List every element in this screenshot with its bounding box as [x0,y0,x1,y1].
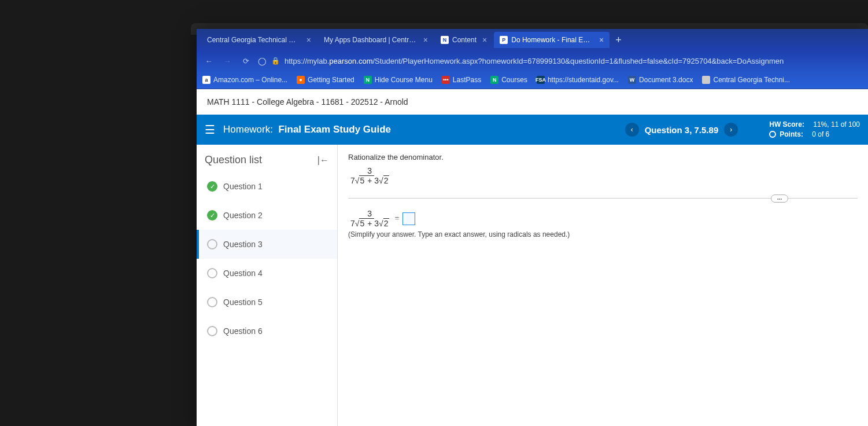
question-item-label: Question 2 [223,211,263,220]
equals-sign: = [395,214,400,223]
circle-icon [207,239,217,249]
bookmark-icon: FSA [537,76,545,84]
answer-row: 3 75 + 32 = [348,209,858,228]
question-item-5[interactable]: Question 5 [197,288,337,317]
bookmark-label: Courses [501,76,527,84]
close-icon[interactable]: × [482,35,487,45]
bookmark-label: Document 3.docx [639,76,693,84]
close-icon[interactable]: × [423,35,428,45]
homework-bar: ☰ Homework: Final Exam Study Guide ‹ Que… [197,115,868,145]
bookmark-1[interactable]: ●Getting Started [297,76,354,84]
bookmark-label: Amazon.com – Online... [213,76,287,84]
bookmark-icon: ••• [442,76,450,84]
answer-hint: (Simplify your answer. Type an exact ans… [348,230,858,238]
screen: Central Georgia Technical Colle × My App… [197,29,868,426]
bookmark-5[interactable]: FSAhttps://studentaid.gov... [537,76,619,84]
address-bar: ← → ⟳ ◯ 🔒 https://mylab.pearson.com/Stud… [197,51,868,71]
tab-label: Do Homework - Final Exam Stu [511,36,593,44]
tab-0[interactable]: Central Georgia Technical Colle × [201,32,317,48]
next-question-button[interactable]: › [724,123,738,137]
bookmark-label: Central Georgia Techni... [713,76,790,84]
bookmark-4[interactable]: NCourses [490,76,527,84]
bookmark-icon [702,76,710,84]
bookmark-label: https://studentaid.gov... [548,76,619,84]
question-nav: ‹ Question 3, 7.5.89 › [625,123,738,137]
sidebar-title: Question list [205,154,262,166]
close-icon[interactable]: × [306,35,311,45]
workspace: Question list |← ✓Question 1✓Question 2Q… [197,145,868,426]
bookmark-label: LastPass [453,76,481,84]
favicon: N [441,36,449,44]
tab-3-active[interactable]: P Do Homework - Final Exam Stu × [494,32,610,48]
tab-label: My Apps Dashboard | Central G [324,36,418,44]
question-item-label: Question 5 [223,298,263,307]
question-item-label: Question 1 [223,182,263,191]
tab-label: Central Georgia Technical Colle [207,36,301,44]
instruction-text: Rationalize the denominator. [348,153,858,161]
prev-question-button[interactable]: ‹ [625,123,639,137]
check-icon: ✓ [207,210,217,221]
forward-button[interactable]: → [221,57,234,65]
bookmark-icon: a [202,76,210,84]
menu-icon[interactable]: ☰ [205,123,215,137]
page-content: MATH 1111 - College Algebra - 11681 - 20… [197,89,868,426]
bookmark-0[interactable]: aAmazon.com – Online... [202,76,287,84]
question-item-2[interactable]: ✓Question 2 [197,201,337,230]
question-item-4[interactable]: Question 4 [197,259,337,288]
question-item-3[interactable]: Question 3 [197,230,337,259]
back-button[interactable]: ← [202,57,215,65]
question-item-1[interactable]: ✓Question 1 [197,172,337,201]
reload-button[interactable]: ⟳ [239,57,252,65]
circle-icon [207,326,217,336]
bookmark-2[interactable]: NHide Course Menu [364,76,433,84]
circle-icon [207,297,217,307]
question-item-label: Question 3 [223,240,263,249]
new-tab-button[interactable]: + [611,34,626,46]
favicon: P [500,36,508,44]
question-item-6[interactable]: Question 6 [197,317,337,346]
close-icon[interactable]: × [599,35,604,45]
collapse-sidebar-icon[interactable]: |← [317,155,329,166]
course-header: MATH 1111 - College Algebra - 11681 - 20… [197,89,868,115]
sidebar-header: Question list |← [197,145,337,172]
bookmark-label: Hide Course Menu [375,76,433,84]
tab-label: Content [452,36,477,44]
check-icon: ✓ [207,181,217,192]
score-box: HW Score: 11%, 11 of 100 Points: 0 of 6 [769,120,860,139]
url-field[interactable]: ◯ 🔒 https://mylab.pearson.com/Student/Pl… [258,57,862,65]
question-main: Rationalize the denominator. 3 75 + 32 •… [338,145,868,426]
shield-icon: ◯ [258,57,267,65]
question-item-label: Question 4 [223,269,263,278]
divider-handle-icon[interactable]: ••• [771,194,788,203]
points-icon [769,131,776,138]
expression-display: 3 75 + 32 [348,166,391,185]
question-item-label: Question 6 [223,326,263,336]
lock-icon: 🔒 [271,57,280,65]
bookmark-label: Getting Started [308,76,354,84]
bookmark-7[interactable]: Central Georgia Techni... [702,76,790,84]
bookmark-6[interactable]: WDocument 3.docx [628,76,693,84]
bookmark-icon: N [490,76,498,84]
bookmark-icon: N [364,76,372,84]
bookmark-icon: W [628,76,636,84]
tab-1[interactable]: My Apps Dashboard | Central G × [318,32,434,48]
browser-tab-strip: Central Georgia Technical Colle × My App… [197,29,868,51]
circle-icon [207,268,217,278]
question-label: Question 3, 7.5.89 [645,125,719,135]
bookmark-3[interactable]: •••LastPass [442,76,481,84]
bookmarks-bar: aAmazon.com – Online...●Getting StartedN… [197,71,868,89]
question-list-sidebar: Question list |← ✓Question 1✓Question 2Q… [197,145,338,426]
answer-input[interactable] [402,212,415,225]
homework-title: Homework: Final Exam Study Guide [223,124,391,135]
tab-2[interactable]: N Content × [435,32,493,48]
section-divider: ••• [348,198,858,199]
url-text: https://mylab.pearson.com/Student/Player… [285,57,784,65]
bookmark-icon: ● [297,76,305,84]
